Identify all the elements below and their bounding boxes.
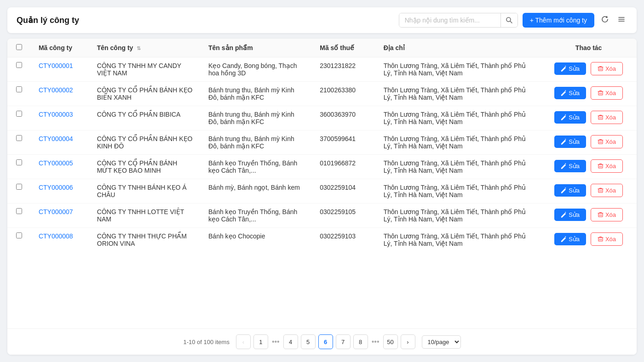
row-dc-4: Thôn Lương Tràng, Xã Liêm Tiết, Thành ph… [376, 155, 541, 179]
page-5-button[interactable]: 5 [301, 334, 316, 349]
delete-button-2[interactable]: Xóa [591, 111, 623, 124]
column-header-ten[interactable]: Tên công ty ⇅ [90, 39, 201, 57]
page-7-button[interactable]: 7 [336, 334, 351, 349]
row-actions-3: Sửa Xóa [540, 130, 637, 155]
row-checkbox-cell-2 [7, 106, 31, 130]
page-8-button[interactable]: 8 [353, 334, 368, 349]
company-id-link-1[interactable]: CTY000002 [39, 86, 73, 94]
edit-button-6[interactable]: Sửa [554, 209, 586, 221]
page-50-button[interactable]: 50 [383, 334, 398, 349]
row-checkbox-cell-3 [7, 130, 31, 155]
row-checkbox-3[interactable] [16, 135, 22, 141]
svg-rect-26 [598, 140, 603, 144]
delete-button-1[interactable]: Xóa [591, 86, 623, 100]
svg-rect-54 [598, 238, 603, 241]
table-container: Mã công ty Tên công ty ⇅ Tên sản phẩm Mã… [7, 39, 637, 355]
row-sp-0: Kẹo Candy, Bong bóng, Thạch hoa hồng 3D [201, 57, 312, 82]
company-id-link-6[interactable]: CTY000007 [39, 208, 73, 215]
row-ma-2: CTY000003 [31, 106, 90, 130]
delete-button-5[interactable]: Xóa [591, 184, 623, 197]
company-id-link-5[interactable]: CTY000006 [39, 184, 73, 191]
row-mst-7: 0302259103 [312, 228, 376, 252]
column-header-ma: Mã công ty [31, 39, 90, 57]
row-checkbox-4[interactable] [16, 159, 22, 165]
row-dc-3: Thôn Lương Tràng, Xã Liêm Tiết, Thành ph… [376, 130, 541, 155]
select-all-header [7, 39, 31, 57]
column-header-tt: Thao tác [540, 39, 637, 57]
table-row: CTY000006 CÔNG TY TNHH BÁNH KẸO Á CHÂU B… [7, 179, 637, 204]
edit-button-2[interactable]: Sửa [554, 111, 586, 124]
row-checkbox-0[interactable] [16, 62, 22, 68]
row-dc-2: Thôn Lương Tràng, Xã Liêm Tiết, Thành ph… [376, 106, 541, 130]
page-title: Quản lý công ty [17, 15, 79, 25]
table-row: CTY000008 CÔNG TY TNHH THỰC PHẨM ORION V… [7, 228, 637, 252]
pagination-summary: 1-10 of 100 items [183, 339, 229, 345]
delete-icon-7 [598, 236, 604, 242]
companies-table: Mã công ty Tên công ty ⇅ Tên sản phẩm Mã… [7, 39, 637, 252]
refresh-button[interactable] [599, 13, 611, 28]
row-checkbox-2[interactable] [16, 111, 22, 117]
search-button[interactable] [500, 13, 518, 27]
column-header-dc: Địa chỉ [376, 39, 541, 57]
svg-rect-33 [598, 164, 603, 168]
edit-button-4[interactable]: Sửa [554, 160, 586, 172]
table-row: CTY000002 CÔNG TY CỔ PHẦN BÁNH KẸO BIỂN … [7, 82, 637, 106]
row-ten-3: CÔNG TY CỔ PHẦN BÁNH KẸO KINH ĐÔ [90, 130, 201, 155]
column-header-sp: Tên sản phẩm [201, 39, 312, 57]
row-checkbox-6[interactable] [16, 208, 22, 214]
row-mst-1: 2100263380 [312, 82, 376, 106]
row-actions-2: Sửa Xóa [540, 106, 637, 130]
row-sp-2: Bánh trung thu, Bánh mỳ Kinh Đô, bánh mặ… [201, 106, 312, 130]
delete-button-0[interactable]: Xóa [591, 62, 623, 75]
svg-rect-12 [598, 91, 603, 95]
edit-button-0[interactable]: Sửa [554, 62, 586, 75]
row-actions-5: Sửa Xóa [540, 179, 637, 204]
delete-icon-3 [598, 139, 604, 145]
delete-button-3[interactable]: Xóa [591, 135, 623, 148]
row-dc-7: Thôn Lương Tràng, Xã Liêm Tiết, Thành ph… [376, 228, 541, 252]
page-4-button[interactable]: 4 [283, 334, 298, 349]
edit-icon-7 [561, 236, 567, 242]
row-actions-4: Sửa Xóa [540, 155, 637, 179]
row-sp-1: Bánh trung thu, Bánh mỳ Kinh Đô, bánh mặ… [201, 82, 312, 106]
company-id-link-7[interactable]: CTY000008 [39, 232, 73, 240]
row-dc-0: Thôn Lương Tràng, Xã Liêm Tiết, Thành ph… [376, 57, 541, 82]
page-1-button[interactable]: 1 [253, 334, 268, 349]
row-dc-6: Thôn Lương Tràng, Xã Liêm Tiết, Thành ph… [376, 204, 541, 228]
edit-button-3[interactable]: Sửa [554, 136, 586, 148]
row-checkbox-1[interactable] [16, 86, 22, 92]
sort-icon: ⇅ [137, 45, 141, 51]
row-mst-6: 0302259105 [312, 204, 376, 228]
page-header: Quản lý công ty + Thêm mới công ty [7, 7, 637, 33]
table-row: CTY000003 CÔNG TY CỔ PHẦN BIBICA Bánh tr… [7, 106, 637, 130]
edit-button-5[interactable]: Sửa [554, 184, 586, 197]
edit-button-7[interactable]: Sửa [554, 233, 586, 245]
edit-button-1[interactable]: Sửa [554, 87, 586, 99]
delete-icon-1 [598, 90, 604, 96]
row-checkbox-5[interactable] [16, 184, 22, 190]
next-page-button[interactable]: › [401, 334, 415, 349]
search-input[interactable] [399, 13, 500, 27]
page-6-button[interactable]: 6 [318, 334, 333, 349]
delete-button-4[interactable]: Xóa [591, 159, 623, 173]
select-all-checkbox[interactable] [16, 44, 22, 50]
company-id-link-3[interactable]: CTY000004 [39, 135, 73, 142]
row-ten-6: CÔNG TY TNHH LOTTE VIỆT NAM [90, 204, 201, 228]
company-id-link-4[interactable]: CTY000005 [39, 159, 73, 167]
svg-rect-47 [598, 213, 603, 217]
edit-icon-6 [561, 212, 567, 218]
row-ma-4: CTY000005 [31, 155, 90, 179]
row-checkbox-cell-7 [7, 228, 31, 252]
row-checkbox-7[interactable] [16, 232, 22, 238]
prev-page-button[interactable]: ‹ [236, 334, 251, 349]
per-page-select[interactable]: 10/page 20/page 50/page [422, 335, 461, 349]
company-id-link-2[interactable]: CTY000003 [39, 111, 73, 118]
edit-icon-0 [561, 66, 567, 72]
delete-button-6[interactable]: Xóa [591, 208, 623, 221]
row-dc-5: Thôn Lương Tràng, Xã Liêm Tiết, Thành ph… [376, 179, 541, 204]
columns-button[interactable] [615, 13, 627, 28]
company-id-link-0[interactable]: CTY000001 [39, 62, 73, 69]
add-company-button[interactable]: + Thêm mới công ty [523, 13, 594, 28]
delete-icon-2 [598, 114, 604, 120]
delete-button-7[interactable]: Xóa [591, 232, 623, 246]
